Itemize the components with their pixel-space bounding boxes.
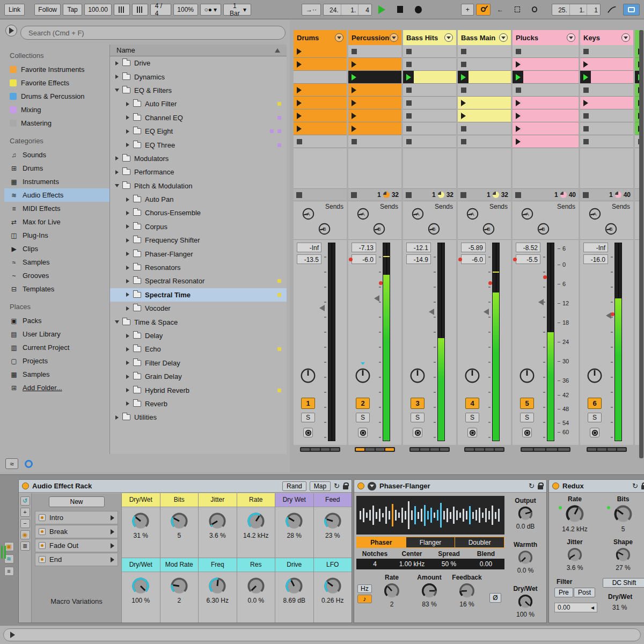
- file-row-chorus-ensemble[interactable]: Chorus-Ensemble: [110, 206, 287, 219]
- macro-knob[interactable]: [284, 576, 304, 596]
- track-fold-icon[interactable]: [444, 33, 453, 42]
- add-macro-button[interactable]: +: [20, 508, 30, 517]
- arm-monitor-button[interactable]: [358, 428, 368, 437]
- record-button[interactable]: [410, 4, 427, 16]
- dry-wet-value[interactable]: 31 %: [612, 604, 627, 611]
- file-row-hybrid-reverb[interactable]: Hybrid Reverb: [110, 383, 287, 397]
- volume-value[interactable]: -6.0: [461, 254, 486, 264]
- volume-value[interactable]: -14.9: [406, 254, 431, 264]
- jitter-knob[interactable]: [566, 546, 583, 564]
- track-header[interactable]: Bass Main: [458, 30, 511, 45]
- volume-fader-handle[interactable]: [429, 309, 434, 315]
- macro-value[interactable]: 6.30 Hz: [207, 597, 229, 604]
- stop-all-clips-button[interactable]: [351, 192, 357, 198]
- macro-value[interactable]: 14.2 kHz: [243, 532, 268, 539]
- expand-arrow-icon[interactable]: [126, 361, 129, 365]
- arrangement-position-icon[interactable]: →··: [302, 4, 321, 16]
- expand-arrow-icon[interactable]: [126, 211, 129, 215]
- track-header[interactable]: Bass Hits: [403, 30, 456, 45]
- pan-knob[interactable]: [354, 367, 372, 385]
- volume-fader-handle[interactable]: [319, 305, 325, 311]
- expand-arrow-icon[interactable]: [126, 292, 129, 297]
- param-value-spread[interactable]: 50 %: [430, 560, 467, 568]
- macro-knob[interactable]: [169, 576, 189, 596]
- tap-tempo-button[interactable]: Tap: [63, 4, 82, 16]
- macro-value[interactable]: 23 %: [325, 532, 340, 539]
- file-row-eq-three[interactable]: EQ Three: [110, 138, 287, 151]
- chain-expand-icon[interactable]: [111, 543, 114, 548]
- macro-name[interactable]: Res: [237, 558, 275, 572]
- sidebar-item-instruments[interactable]: ▦Instruments: [4, 175, 109, 188]
- session-scrollbar[interactable]: [639, 30, 643, 458]
- rate-hz-button[interactable]: Hz: [357, 584, 372, 593]
- track-fold-icon[interactable]: [335, 33, 343, 42]
- clip-slot[interactable]: [294, 45, 347, 58]
- clip-slot[interactable]: [348, 135, 401, 148]
- macro-name[interactable]: Dry/Wet: [122, 493, 160, 507]
- device-fold-icon[interactable]: [368, 482, 376, 491]
- param-value-notches[interactable]: 4: [356, 560, 393, 568]
- sidebar-item-mixing[interactable]: Mixing: [4, 103, 109, 116]
- chain-expand-icon[interactable]: [111, 557, 114, 562]
- clip-slot[interactable]: [294, 135, 347, 148]
- macro-value[interactable]: 0.26 Hz: [321, 597, 343, 604]
- pan-knob[interactable]: [463, 367, 481, 385]
- solo-button[interactable]: S: [465, 413, 479, 422]
- meter-peak-value[interactable]: -5.89: [461, 243, 486, 252]
- macro-value[interactable]: 100 %: [131, 597, 150, 604]
- meter-peak-value[interactable]: -7.13: [352, 243, 376, 252]
- sidebar-item-add-folder[interactable]: ⊞Add Folder...: [4, 381, 109, 394]
- macro-name[interactable]: Mod Rate: [160, 558, 199, 572]
- macro-knob[interactable]: [246, 511, 266, 531]
- loop-position-display[interactable]: 25.1.1: [552, 4, 601, 16]
- macro-knob[interactable]: [169, 511, 189, 531]
- chain-fade-out[interactable]: Fade Out: [35, 539, 118, 552]
- quantize-amount-display[interactable]: 100%: [173, 4, 198, 16]
- feedback-value[interactable]: 16 %: [459, 601, 474, 608]
- macro-name[interactable]: Drive: [275, 558, 313, 572]
- macro-knob[interactable]: [130, 511, 151, 531]
- bits-knob[interactable]: [612, 503, 634, 525]
- expand-arrow-icon[interactable]: [115, 61, 119, 65]
- send-b-knob[interactable]: B: [317, 222, 332, 236]
- file-row-auto-filter[interactable]: Auto Filter: [110, 97, 287, 111]
- new-chain-button[interactable]: New: [49, 496, 105, 507]
- clip-slot[interactable]: [580, 58, 633, 71]
- sidebar-item-samples[interactable]: ▦Samples: [4, 368, 109, 381]
- sidebar-item-current-project[interactable]: ▥Current Project: [4, 341, 109, 354]
- expand-arrow-icon[interactable]: [126, 375, 129, 379]
- clip-slot[interactable]: [580, 45, 633, 58]
- clip-slot[interactable]: [458, 45, 511, 58]
- clip-slot[interactable]: [403, 71, 456, 84]
- expand-clip-view-icon[interactable]: [10, 632, 15, 638]
- output-value[interactable]: 0.0 dB: [516, 523, 535, 530]
- link-button[interactable]: Link: [4, 4, 25, 16]
- clip-slot[interactable]: [348, 122, 401, 135]
- file-row-grain-delay[interactable]: Grain Delay: [110, 370, 287, 383]
- file-row-phaser-flanger[interactable]: Phaser-Flanger: [110, 247, 287, 260]
- dry-wet-knob[interactable]: [517, 593, 534, 610]
- clip-slot[interactable]: [580, 84, 633, 97]
- sidebar-item-favorite-effects[interactable]: Favorite Effects: [4, 76, 109, 90]
- meter-peak-value[interactable]: -8.52: [516, 243, 540, 252]
- arm-monitor-button[interactable]: [467, 428, 477, 437]
- pan-knob[interactable]: [586, 367, 604, 385]
- volume-fader-handle[interactable]: [374, 295, 379, 302]
- sidebar-item-max-for-live[interactable]: ⇄Max for Live: [4, 215, 109, 229]
- macro-value[interactable]: 5: [177, 532, 181, 539]
- sidebar-item-sounds[interactable]: ♫Sounds: [4, 148, 109, 162]
- new-button[interactable]: +: [461, 4, 474, 16]
- sidebar-item-projects[interactable]: ▢Projects: [4, 354, 109, 368]
- macro-knob[interactable]: [246, 576, 266, 596]
- macro-name[interactable]: Rate: [237, 493, 275, 507]
- send-a-knob[interactable]: A: [588, 207, 602, 221]
- clip-slot[interactable]: [458, 122, 511, 135]
- macro-name[interactable]: Jitter: [199, 493, 237, 507]
- rate-value[interactable]: 14.2 kHz: [562, 525, 587, 533]
- groove-pool-button[interactable]: ○●▾: [200, 4, 221, 16]
- expand-arrow-icon[interactable]: [126, 401, 129, 406]
- file-row-channel-eq[interactable]: Channel EQ: [110, 111, 287, 125]
- time-signature-display[interactable]: 4 / 4: [150, 4, 171, 16]
- file-row-eq-filters[interactable]: EQ & Filters: [110, 84, 287, 97]
- track-delay-bar[interactable]: [464, 447, 504, 452]
